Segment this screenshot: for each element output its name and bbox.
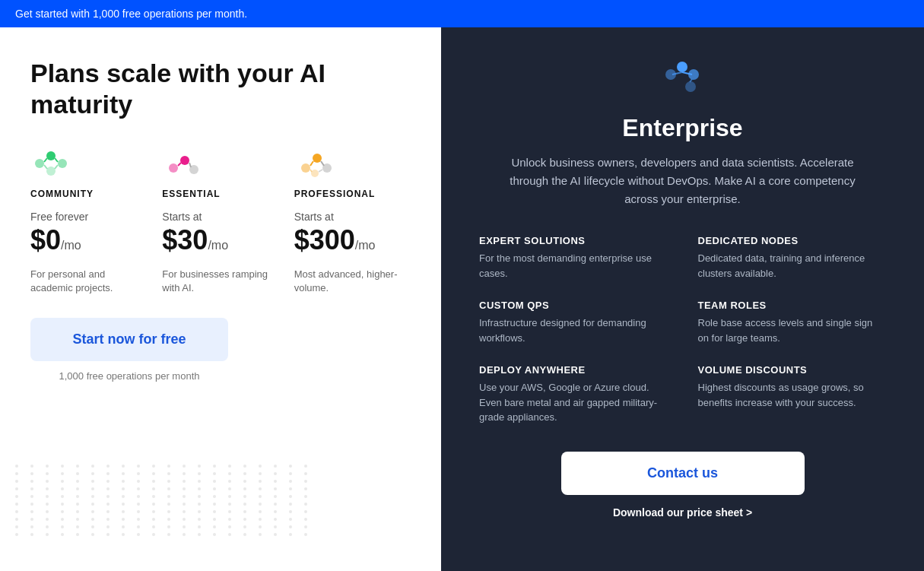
- plan-community: COMMUNITY Free forever $0/mo For persona…: [30, 147, 147, 295]
- free-note: 1,000 free operations per month: [30, 370, 228, 382]
- svg-point-9: [180, 156, 189, 165]
- feature-expert-solutions-title: EXPERT SOLUTIONS: [479, 235, 668, 246]
- professional-desc: Most advanced, higher-volume.: [294, 268, 411, 295]
- essential-price-label: Starts at: [162, 211, 278, 223]
- main-content: Plans scale with your AI maturity: [0, 27, 924, 571]
- feature-team-roles: TEAM ROLES Role base access levels and s…: [698, 300, 887, 345]
- community-price: $0/mo: [30, 224, 147, 256]
- svg-line-11: [178, 163, 181, 166]
- community-price-label: Free forever: [30, 211, 147, 223]
- svg-point-1: [46, 151, 56, 160]
- feature-volume-discounts: VOLUME DISCOUNTS Highest discounts as us…: [698, 364, 887, 425]
- feature-expert-solutions-desc: For the most demanding enterprise use ca…: [479, 251, 668, 281]
- feature-dedicated-nodes-desc: Dedicated data, training and inference c…: [698, 251, 887, 281]
- price-sheet-link[interactable]: Download our price sheet >: [613, 506, 752, 519]
- svg-point-21: [677, 62, 687, 72]
- feature-custom-qps: CUSTOM QPS Infrastructure designed for d…: [479, 300, 668, 345]
- enterprise-description: Unlock business owners, developers and d…: [500, 154, 865, 208]
- essential-icon: [162, 147, 204, 181]
- svg-line-17: [310, 161, 313, 166]
- professional-plan-name: PROFESSIONAL: [294, 189, 411, 199]
- svg-line-5: [55, 158, 58, 162]
- svg-point-0: [35, 159, 44, 168]
- right-panel: Enterprise Unlock business owners, devel…: [441, 27, 924, 571]
- professional-icon: [294, 147, 336, 181]
- essential-desc: For businesses ramping with AI.: [162, 268, 278, 295]
- feature-deploy-anywhere-title: DEPLOY ANYWHERE: [479, 364, 668, 376]
- feature-expert-solutions: EXPERT SOLUTIONS For the most demanding …: [479, 235, 668, 281]
- feature-team-roles-desc: Role base access levels and single sign …: [698, 316, 887, 345]
- enterprise-title: Enterprise: [622, 114, 742, 142]
- community-plan-name: COMMUNITY: [30, 189, 147, 199]
- svg-line-19: [310, 170, 312, 172]
- community-desc: For personal and academic projects.: [30, 268, 147, 295]
- svg-line-12: [189, 163, 191, 167]
- features-grid: EXPERT SOLUTIONS For the most demanding …: [479, 235, 886, 425]
- banner-text: Get started with 1,000 free operations p…: [15, 8, 247, 20]
- svg-point-16: [311, 170, 319, 177]
- svg-point-14: [313, 154, 322, 163]
- contact-us-button[interactable]: Contact us: [561, 452, 805, 495]
- svg-point-2: [58, 159, 67, 168]
- svg-point-24: [685, 81, 696, 92]
- svg-line-20: [319, 170, 322, 172]
- professional-price-label: Starts at: [294, 211, 411, 223]
- dot-pattern-decoration: // Generate dots inline for(let i=0;i<20…: [0, 449, 441, 571]
- essential-plan-name: ESSENTIAL: [162, 189, 278, 199]
- feature-deploy-anywhere: DEPLOY ANYWHERE Use your AWS, Google or …: [479, 364, 668, 425]
- svg-point-13: [301, 163, 310, 173]
- svg-line-4: [44, 158, 47, 162]
- svg-line-6: [44, 165, 47, 169]
- enterprise-logo-icon: [662, 58, 703, 103]
- svg-point-8: [169, 163, 178, 173]
- community-icon: [30, 147, 72, 181]
- plans-grid: COMMUNITY Free forever $0/mo For persona…: [30, 147, 411, 295]
- dots-grid: // Generate dots inline for(let i=0;i<20…: [0, 449, 441, 551]
- plan-professional: PROFESSIONAL Starts at $300/mo Most adva…: [294, 147, 411, 295]
- feature-team-roles-title: TEAM ROLES: [698, 300, 887, 311]
- svg-line-7: [55, 165, 58, 169]
- feature-volume-discounts-desc: Highest discounts as usage grows, so ben…: [698, 380, 887, 410]
- feature-volume-discounts-title: VOLUME DISCOUNTS: [698, 364, 887, 376]
- feature-custom-qps-desc: Infrastructure designed for demanding wo…: [479, 316, 668, 345]
- svg-line-18: [321, 161, 324, 166]
- professional-price: $300/mo: [294, 224, 411, 256]
- left-panel: Plans scale with your AI maturity: [0, 27, 441, 571]
- essential-price: $30/mo: [162, 224, 278, 256]
- feature-custom-qps-title: CUSTOM QPS: [479, 300, 668, 311]
- svg-point-3: [46, 167, 56, 176]
- feature-deploy-anywhere-desc: Use your AWS, Google or Azure cloud. Eve…: [479, 380, 668, 425]
- top-banner: Get started with 1,000 free operations p…: [0, 0, 924, 27]
- page-headline: Plans scale with your AI maturity: [30, 58, 411, 120]
- start-now-button[interactable]: Start now for free: [30, 318, 228, 361]
- feature-dedicated-nodes: DEDICATED NODES Dedicated data, training…: [698, 235, 887, 281]
- feature-dedicated-nodes-title: DEDICATED NODES: [698, 235, 887, 246]
- plan-essential: ESSENTIAL Starts at $30/mo For businesse…: [162, 147, 278, 295]
